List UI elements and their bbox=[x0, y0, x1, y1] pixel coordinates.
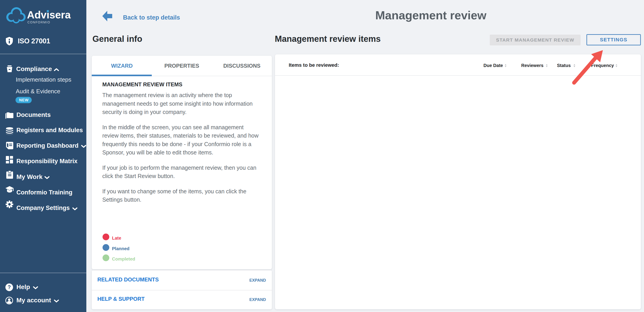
svg-text:?: ? bbox=[8, 284, 11, 290]
